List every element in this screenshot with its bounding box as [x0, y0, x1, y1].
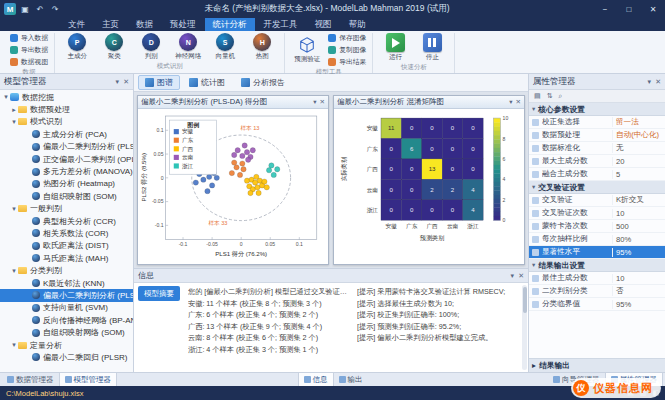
property-row[interactable]: 校正集选择留一法: [529, 116, 665, 129]
ribbon-button-主成分[interactable]: P主成分: [61, 33, 93, 61]
ribbon-button-聚类[interactable]: C聚类: [98, 33, 130, 61]
panel-dropdown-icon[interactable]: ▾: [511, 272, 515, 280]
collapse-icon[interactable]: ▾: [10, 205, 18, 213]
tree-item[interactable]: 热图分析 (Heatmap): [0, 178, 133, 190]
tree-item[interactable]: 偏最小二乘判别分析 (PLSDA): [0, 141, 133, 153]
menu-tab-帮助[interactable]: 帮助: [341, 18, 374, 31]
window-dropdown-icon[interactable]: ▾: [509, 98, 512, 106]
tree-item[interactable]: 偏最小二乘回归 (PLSR): [0, 351, 133, 363]
tree-item[interactable]: 自组织映射图 (SOM): [0, 190, 133, 202]
collapse-icon[interactable]: ▾: [10, 118, 18, 126]
collapse-icon[interactable]: ▾: [10, 341, 18, 349]
ribbon-button-数据视图[interactable]: 数据视图: [10, 57, 48, 67]
ribbon-button-导入数据[interactable]: 导入数据: [10, 33, 48, 43]
property-section-结果输出设置[interactable]: ▾结果输出设置: [529, 259, 665, 272]
panel-dropdown-icon[interactable]: ▾: [648, 78, 652, 86]
tree-item[interactable]: 欧氏距离法 (DIST): [0, 240, 133, 252]
property-row[interactable]: 数据标准化无: [529, 142, 665, 155]
property-row[interactable]: 每次抽样比例80%: [529, 233, 665, 246]
menu-tab-开发工具[interactable]: 开发工具: [256, 18, 306, 31]
panel-dropdown-icon[interactable]: ▾: [116, 78, 120, 86]
tree-item[interactable]: ▾模式识别: [0, 116, 133, 128]
tree-item[interactable]: 自组织映射网络 (SOM): [0, 326, 133, 338]
close-button[interactable]: ✕: [641, 0, 665, 18]
redo-icon[interactable]: ↷: [49, 3, 61, 15]
bottom-tab-模型管理器[interactable]: 模型管理器: [59, 373, 118, 386]
ribbon-button-向量机[interactable]: S向量机: [209, 33, 241, 61]
tree-item[interactable]: 马氏距离法 (MAH): [0, 252, 133, 264]
tree-item[interactable]: 相关系数法 (COR): [0, 227, 133, 239]
confusion-window-title: 偏最小二乘判别分析 混淆矩阵图: [337, 97, 444, 107]
tree-item[interactable]: ▾定量分析: [0, 339, 133, 351]
property-section-核心参数设置[interactable]: ▾核心参数设置: [529, 103, 665, 116]
window-dropdown-icon[interactable]: ▾: [313, 98, 316, 106]
ribbon-button-神经网络[interactable]: N神经网络: [172, 33, 204, 61]
categorize-icon[interactable]: ▤: [534, 92, 541, 100]
model-summary-button[interactable]: 模型摘要: [138, 286, 180, 301]
maximize-button[interactable]: □: [617, 0, 641, 18]
model-manager-panel: 模型管理器 ▾ ✕ ▾数据挖掘▸数据预处理▾模式识别主成分分析 (PCA)偏最小…: [0, 74, 134, 372]
chart-icon: [145, 78, 154, 87]
tree-item[interactable]: 多元方差分析 (MANOVA): [0, 165, 133, 177]
sort-icon[interactable]: ⇅: [547, 92, 553, 100]
tree-item[interactable]: ▾分类判别: [0, 264, 133, 276]
property-row[interactable]: 融合主成分数5: [529, 168, 665, 181]
save-icon[interactable]: ▣: [19, 3, 31, 15]
ribbon-button-复制图像[interactable]: 复制图像: [328, 45, 366, 55]
tree-item[interactable]: 典型相关分析 (CCR): [0, 215, 133, 227]
doc-tab-统计图[interactable]: 统计图: [182, 75, 232, 90]
property-section-交叉验证设置[interactable]: ▾交叉验证设置: [529, 181, 665, 194]
window-close-icon[interactable]: ✕: [320, 98, 325, 106]
info-scrollbar[interactable]: [522, 285, 527, 370]
panel-close-icon[interactable]: ✕: [518, 272, 524, 280]
menu-tab-预处理[interactable]: 预处理: [162, 18, 204, 31]
property-row[interactable]: 蒙特卡洛次数500: [529, 220, 665, 233]
property-row[interactable]: 分类临界值95%: [529, 298, 665, 311]
doc-tab-分析报告[interactable]: 分析报告: [234, 75, 292, 90]
panel-close-icon[interactable]: ✕: [123, 78, 129, 86]
panel-close-icon[interactable]: ✕: [655, 78, 661, 86]
menu-tab-主页[interactable]: 主页: [94, 18, 127, 31]
doc-tab-图谱[interactable]: 图谱: [138, 75, 180, 90]
property-row[interactable]: 显著性水平95%: [529, 246, 665, 259]
bottom-tab-数据管理器[interactable]: 数据管理器: [2, 373, 59, 386]
property-row[interactable]: 数据预处理自动(中心化): [529, 129, 665, 142]
tree-item[interactable]: 反向传播神经网络 (BP-ANN): [0, 314, 133, 326]
bottom-tab-输出[interactable]: 输出: [334, 373, 368, 386]
property-row[interactable]: 最大主成分数20: [529, 155, 665, 168]
tree-item[interactable]: ▾一般判别: [0, 203, 133, 215]
tree-item[interactable]: K最近邻法 (KNN): [0, 277, 133, 289]
ribbon-button-热图[interactable]: H热图: [246, 33, 278, 61]
property-section-label: 核心参数设置: [538, 104, 585, 115]
tree-item[interactable]: 正交偏最小二乘判别 (OPLSDA): [0, 153, 133, 165]
tree-item[interactable]: ▾数据挖掘: [0, 91, 133, 103]
search-icon[interactable]: ⌕: [559, 92, 563, 100]
collapse-icon[interactable]: ▾: [10, 267, 18, 275]
menu-tab-数据[interactable]: 数据: [128, 18, 161, 31]
tree-item[interactable]: 主成分分析 (PCA): [0, 128, 133, 140]
ribbon-button-停止[interactable]: 停止: [416, 33, 448, 62]
menu-tab-统计分析[interactable]: 统计分析: [205, 18, 255, 31]
property-row[interactable]: 最佳主成分数10: [529, 272, 665, 285]
ribbon-button-导出数据[interactable]: 导出数据: [10, 45, 48, 55]
tree-item[interactable]: 支持向量机 (SVM): [0, 302, 133, 314]
ribbon-button-导出结果[interactable]: 导出结果: [328, 57, 366, 67]
bottom-tab-信息[interactable]: 信息: [298, 373, 334, 386]
ribbon-button-预测验证[interactable]: 预测验证: [291, 36, 323, 64]
ribbon-button-判别[interactable]: D判别: [135, 33, 167, 61]
expand-icon[interactable]: ▸: [10, 106, 18, 114]
ribbon-button-保存图像[interactable]: 保存图像: [328, 33, 366, 43]
tree-item[interactable]: 偏最小二乘判别分析 (PLS-DA): [0, 289, 133, 301]
undo-icon[interactable]: ↶: [34, 3, 46, 15]
minimize-button[interactable]: −: [593, 0, 617, 18]
ribbon-button-运行[interactable]: 运行: [379, 33, 411, 62]
property-row[interactable]: 交叉验证K折交叉: [529, 194, 665, 207]
collapse-icon[interactable]: ▾: [2, 93, 10, 101]
results-output-section[interactable]: ▸ 结果输出: [529, 358, 665, 372]
property-row[interactable]: 交叉验证次数10: [529, 207, 665, 220]
tree-item[interactable]: ▸数据预处理: [0, 103, 133, 115]
menu-tab-视图[interactable]: 视图: [307, 18, 340, 31]
window-close-icon[interactable]: ✕: [516, 98, 521, 106]
property-row[interactable]: 二次判别分类否: [529, 285, 665, 298]
menu-tab-文件[interactable]: 文件: [60, 18, 93, 31]
